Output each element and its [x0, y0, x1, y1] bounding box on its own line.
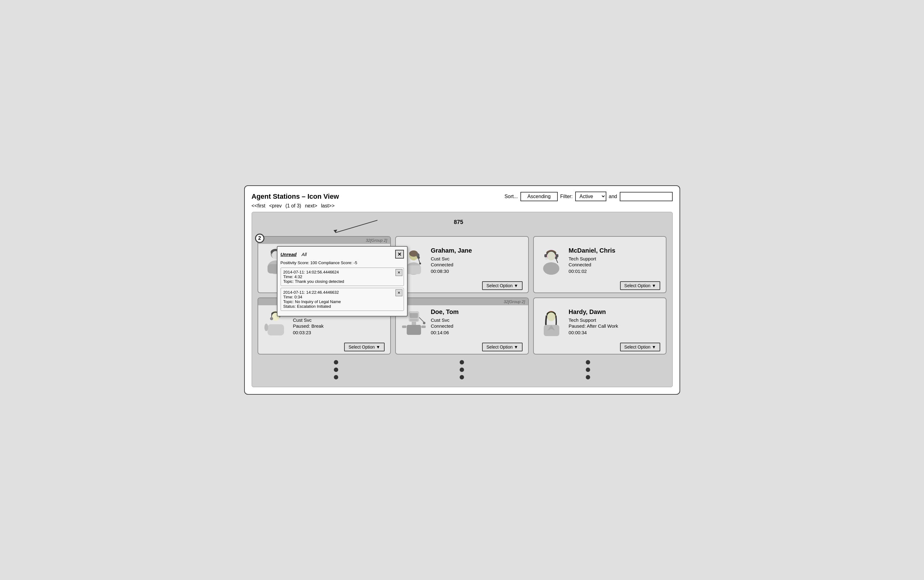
popup-thompson: Unread All ✕ Positivity Score: 100 Compl… [277, 246, 408, 316]
popup-entry-0-time: Time: 4:32 [283, 274, 401, 279]
dot [460, 375, 464, 379]
popup-close-button[interactable]: ✕ [395, 250, 404, 259]
popup-scores: Positivity Score: 100 Compliance Score: … [281, 260, 404, 265]
nav-prev[interactable]: <prev [269, 203, 281, 209]
main-container: Agent Stations – Icon View Sort... Ascen… [244, 185, 680, 395]
nav-next[interactable]: next> [305, 203, 317, 209]
avatar-hardy [538, 309, 566, 337]
card-body-doe: Doe, Tom Cust Svc Connected 00:14:06 [396, 305, 528, 340]
dot [586, 367, 590, 372]
select-option-smith[interactable]: Select Option ▼ [344, 343, 385, 351]
sort-label: Sort... [505, 194, 518, 199]
agent-info-hardy: Hardy, Dawn Tech Support Paused: After C… [569, 308, 663, 337]
svg-rect-30 [268, 324, 284, 336]
dot [460, 367, 464, 372]
select-option-graham[interactable]: Select Option ▼ [482, 281, 523, 290]
popup-entry-0-datetime: 2014-07-11: 14:02:56.4446624 [283, 270, 401, 274]
agent-card-doe: 32[Group 2] [395, 297, 529, 354]
svg-rect-37 [402, 326, 406, 328]
dot [334, 367, 338, 372]
agent-status-doe: Connected [431, 323, 524, 329]
svg-rect-33 [410, 313, 418, 318]
nav-last[interactable]: last>> [321, 203, 335, 209]
chevron-down-icon: ▼ [652, 344, 656, 349]
agent-name-doe: Doe, Tom [431, 308, 524, 316]
card-header-thompson: 32[Group 2] [258, 237, 391, 244]
nav-current: (1 of 3) [285, 203, 301, 209]
svg-point-43 [547, 312, 555, 321]
content-area: 875 2 32[Group 2] [252, 212, 672, 387]
page-title: Agent Stations – Icon View [252, 193, 339, 201]
svg-line-11 [419, 259, 420, 263]
chevron-down-icon: ▼ [652, 283, 656, 288]
popup-entry-0-close[interactable]: ✕ [396, 269, 402, 276]
popup-header: Unread All ✕ [281, 250, 404, 259]
sort-filter-row: Sort... Ascending Filter: Active Inactiv… [505, 191, 672, 201]
svg-point-23 [543, 262, 559, 275]
notification-badge-thompson: 2 [255, 234, 265, 243]
annotation-875: 875 [454, 219, 463, 226]
popup-tab-all[interactable]: All [301, 252, 307, 257]
filter-input[interactable] [620, 192, 672, 201]
dot [586, 375, 590, 379]
svg-rect-34 [410, 319, 418, 321]
avatar-mcdaniel [538, 247, 566, 275]
agent-dept-smith: Cust Svc [293, 317, 387, 323]
card-footer-graham: Select Option ▼ [396, 279, 528, 283]
agent-card-hardy: - [533, 297, 667, 354]
card-footer-smith: Select Option ▼ [258, 340, 391, 344]
select-option-mcdaniel[interactable]: Select Option ▼ [620, 281, 661, 290]
agent-time-doe: 00:14:06 [431, 330, 524, 335]
svg-point-22 [547, 252, 555, 260]
svg-line-0 [335, 220, 377, 233]
card-body-graham: Graham, Jane Cust Svc Connected 00:08:30 [396, 244, 528, 279]
select-option-hardy[interactable]: Select Option ▼ [620, 343, 661, 351]
svg-line-20 [556, 259, 558, 263]
agent-card-mcdaniel: - [533, 236, 667, 293]
dots-col-1 [334, 360, 338, 379]
popup-entry-0: 2014-07-11: 14:02:56.4446624 Time: 4:32 … [281, 268, 404, 286]
header-row: Agent Stations – Icon View Sort... Ascen… [252, 191, 672, 201]
svg-rect-35 [412, 322, 416, 325]
svg-point-31 [265, 324, 268, 331]
chevron-down-icon: ▼ [514, 344, 518, 349]
popup-entry-1-time: Time: 0:34 [283, 295, 401, 299]
agent-status-smith: Paused: Break [293, 323, 387, 329]
agent-dept-hardy: Tech Support [569, 317, 663, 323]
agent-name-graham: Graham, Jane [431, 247, 524, 254]
svg-rect-14 [406, 265, 421, 274]
card-footer-hardy: Select Option ▼ [534, 340, 666, 344]
popup-entry-0-topic: Topic: Thank you closing detected [283, 279, 401, 284]
filter-select[interactable]: Active Inactive All [575, 191, 606, 201]
agent-info-doe: Doe, Tom Cust Svc Connected 00:14:06 [431, 308, 524, 337]
agent-status-graham: Connected [431, 262, 524, 267]
svg-line-39 [419, 317, 424, 322]
popup-tab-unread[interactable]: Unread [281, 252, 297, 257]
annotation-area: 875 [258, 218, 667, 235]
dot [460, 360, 464, 364]
agent-dept-doe: Cust Svc [431, 317, 524, 323]
select-option-doe[interactable]: Select Option ▼ [482, 343, 523, 351]
svg-rect-36 [407, 325, 421, 335]
popup-entry-1-datetime: 2014-07-11: 14:22:46.4446632 [283, 290, 401, 295]
dot [334, 360, 338, 364]
agent-name-hardy: Hardy, Dawn [569, 308, 663, 316]
agent-dept-mcdaniel: Tech Support [569, 256, 663, 261]
popup-entry-1-topic: Topic: No Inquiry of Legal Name [283, 299, 401, 304]
svg-point-21 [545, 257, 547, 260]
dot [334, 375, 338, 379]
agent-time-mcdaniel: 00:01:02 [569, 269, 663, 274]
nav-first[interactable]: <<first [252, 203, 265, 209]
card-header-doe: 32[Group 2] [396, 298, 528, 305]
svg-point-12 [419, 263, 421, 264]
agent-time-hardy: 00:00:34 [569, 330, 663, 335]
agent-name-mcdaniel: McDaniel, Chris [569, 247, 663, 254]
dots-row [258, 360, 667, 379]
agent-time-graham: 00:08:30 [431, 269, 524, 274]
svg-point-40 [423, 322, 426, 324]
popup-entry-1-close[interactable]: ✕ [396, 289, 402, 296]
sort-button[interactable]: Ascending [520, 192, 558, 201]
svg-point-29 [270, 317, 273, 320]
card-footer-doe: Select Option ▼ [396, 340, 528, 344]
nav-row: <<first <prev (1 of 3) next> last>> [252, 203, 672, 209]
